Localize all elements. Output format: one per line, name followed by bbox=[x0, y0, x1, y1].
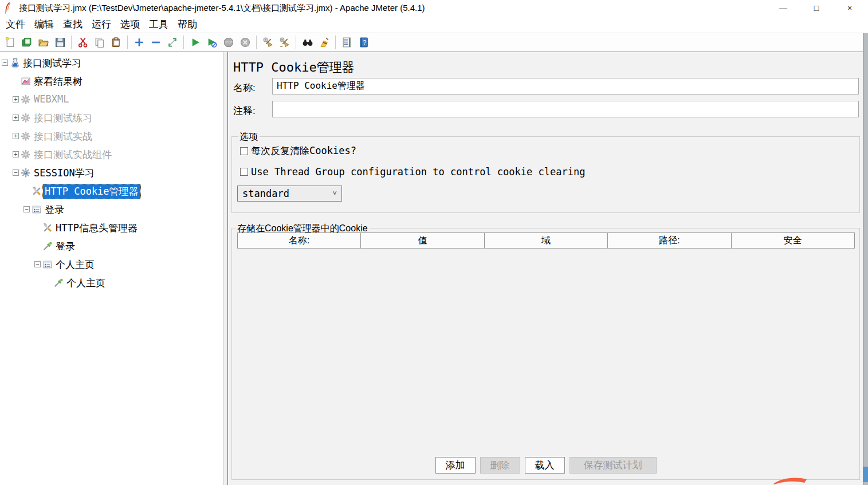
menu-file[interactable]: 文件 bbox=[1, 17, 30, 32]
cut-icon[interactable] bbox=[74, 35, 91, 50]
expand-handle-icon[interactable]: + bbox=[13, 115, 19, 121]
maximize-button[interactable]: □ bbox=[800, 0, 833, 16]
tree-item[interactable]: −登录 bbox=[0, 200, 223, 219]
tree-item-label: HTTP Cookie管理器 bbox=[43, 184, 140, 199]
thread-group-disabled-icon bbox=[21, 94, 31, 105]
collapse-handle-icon[interactable]: − bbox=[23, 206, 30, 212]
panel-splitter[interactable] bbox=[223, 52, 227, 485]
stop-icon[interactable]: STOP bbox=[220, 35, 237, 50]
tree-item[interactable]: +接口测试实战组件 bbox=[0, 145, 223, 164]
vertical-scrollbar[interactable] bbox=[863, 33, 868, 485]
chevron-down-icon: ˅ bbox=[332, 189, 337, 198]
expand-handle-icon[interactable]: + bbox=[13, 151, 19, 157]
close-button[interactable]: × bbox=[833, 0, 866, 16]
comment-input[interactable] bbox=[272, 101, 859, 117]
tree-item[interactable]: 个人主页 bbox=[0, 274, 223, 292]
menu-help[interactable]: 帮助 bbox=[173, 17, 202, 32]
tree-item-label: 接口测试学习 bbox=[21, 56, 83, 70]
expand-handle-icon[interactable]: + bbox=[13, 133, 19, 139]
panel-title: HTTP Cookie管理器 bbox=[233, 59, 355, 76]
delete-button[interactable]: 删除 bbox=[480, 457, 520, 474]
tree-item[interactable]: −个人主页 bbox=[0, 255, 223, 274]
tree-item[interactable]: +接口测试练习 bbox=[0, 109, 223, 127]
clear-cookies-checkbox[interactable] bbox=[240, 147, 248, 155]
tree-item[interactable]: HTTP Cookie管理器 bbox=[0, 182, 223, 200]
menu-tools[interactable]: 工具 bbox=[144, 17, 173, 32]
tree-item-label: 接口测试实战组件 bbox=[32, 148, 113, 162]
menu-bar: 文件编辑查找运行选项工具帮助 bbox=[0, 16, 868, 33]
toggle-icon[interactable] bbox=[164, 35, 180, 50]
search-reset-icon[interactable] bbox=[316, 35, 332, 50]
expand-handle-icon[interactable]: + bbox=[13, 96, 19, 102]
clear-all-icon[interactable] bbox=[276, 35, 293, 50]
name-input[interactable] bbox=[272, 78, 859, 94]
add-button[interactable]: 添加 bbox=[435, 457, 476, 474]
template-icon[interactable] bbox=[18, 35, 35, 50]
collapse-handle-icon[interactable]: − bbox=[34, 261, 41, 267]
name-label: 名称: bbox=[233, 81, 256, 94]
function-helper-icon[interactable] bbox=[339, 35, 355, 50]
scrollbar-thumb[interactable] bbox=[863, 467, 868, 482]
thread-group-config-checkbox[interactable] bbox=[240, 168, 248, 176]
content-area: −接口测试学习察看结果树+WEBXML+接口测试练习+接口测试实战+接口测试实战… bbox=[0, 52, 868, 485]
options-group-label: 选项 bbox=[238, 131, 260, 143]
tree-item[interactable]: −SESSION学习 bbox=[0, 164, 223, 182]
expand-icon[interactable] bbox=[131, 35, 147, 50]
tree-item[interactable]: −接口测试学习 bbox=[0, 54, 223, 72]
tree-item-label: 接口测试练习 bbox=[32, 111, 94, 125]
controller-icon bbox=[42, 259, 53, 270]
tree-item-label: 登录 bbox=[54, 239, 77, 254]
tree-item[interactable]: 察看结果树 bbox=[0, 72, 223, 90]
column-header-domain: 域 bbox=[484, 232, 608, 249]
minimize-button[interactable]: — bbox=[767, 0, 800, 16]
copy-icon[interactable] bbox=[91, 35, 108, 50]
collapse-handle-icon[interactable]: − bbox=[13, 169, 19, 176]
open-icon[interactable] bbox=[35, 35, 52, 50]
menu-search[interactable]: 查找 bbox=[58, 17, 87, 32]
start-icon[interactable] bbox=[187, 35, 203, 50]
help-icon[interactable]: ? bbox=[355, 35, 372, 50]
http-sampler-icon bbox=[53, 278, 64, 288]
menu-run[interactable]: 运行 bbox=[87, 17, 116, 32]
comment-label: 注释: bbox=[233, 104, 256, 117]
save-icon[interactable] bbox=[52, 35, 68, 50]
config-element-icon bbox=[42, 223, 53, 233]
column-header-secure: 安全 bbox=[731, 232, 855, 249]
thread-group-config-label: Use Thread Group configuration to contro… bbox=[251, 166, 585, 178]
column-header-name: 名称: bbox=[237, 232, 361, 249]
http-sampler-icon bbox=[42, 241, 53, 251]
svg-text:?: ? bbox=[363, 39, 366, 46]
cookie-policy-select[interactable]: standard ˅ bbox=[237, 186, 342, 202]
tree-item[interactable]: +WEBXML bbox=[0, 90, 223, 109]
tree-item[interactable]: +接口测试实战 bbox=[0, 127, 223, 145]
title-bar: 接口测试学习.jmx (F:\TestDev\Jmeter\apache-jme… bbox=[0, 0, 868, 16]
clear-cookies-label: 每次反复清除Cookies? bbox=[251, 144, 356, 157]
collapse-icon[interactable] bbox=[147, 35, 164, 50]
tree-item[interactable]: 登录 bbox=[0, 237, 223, 255]
column-header-value: 值 bbox=[360, 232, 484, 249]
toolbar-separator bbox=[256, 36, 257, 49]
save-test-plan-button[interactable]: 保存测试计划 bbox=[569, 457, 657, 474]
load-button[interactable]: 载入 bbox=[525, 457, 565, 474]
config-element-icon bbox=[32, 186, 42, 196]
thread-group-config-checkbox-row: Use Thread Group configuration to contro… bbox=[240, 166, 585, 178]
menu-options[interactable]: 选项 bbox=[116, 17, 144, 32]
tree-item-label: 登录 bbox=[43, 203, 66, 217]
options-group: 选项 每次反复清除Cookies? Use Thread Group confi… bbox=[231, 136, 860, 213]
tree-item-label: 个人主页 bbox=[65, 276, 107, 290]
new-icon[interactable] bbox=[2, 35, 18, 50]
http-cookie-manager-panel: HTTP Cookie管理器 名称: 注释: 选项 每次反复清除Cookies?… bbox=[227, 52, 863, 485]
thread-group-disabled-icon bbox=[21, 113, 31, 123]
paste-icon[interactable] bbox=[108, 35, 124, 50]
menu-edit[interactable]: 编辑 bbox=[30, 17, 58, 32]
tree-item-label: 接口测试实战 bbox=[32, 129, 94, 144]
tree-item[interactable]: HTTP信息头管理器 bbox=[0, 219, 223, 237]
tree-item-label: 个人主页 bbox=[54, 258, 96, 272]
start-no-pauses-icon[interactable] bbox=[203, 35, 220, 50]
search-icon[interactable] bbox=[299, 35, 316, 50]
toolbar: STOP? bbox=[0, 33, 868, 52]
clear-icon[interactable] bbox=[260, 35, 276, 50]
collapse-handle-icon[interactable]: − bbox=[2, 60, 8, 66]
shutdown-icon[interactable] bbox=[237, 35, 253, 50]
toolbar-separator bbox=[183, 36, 184, 49]
